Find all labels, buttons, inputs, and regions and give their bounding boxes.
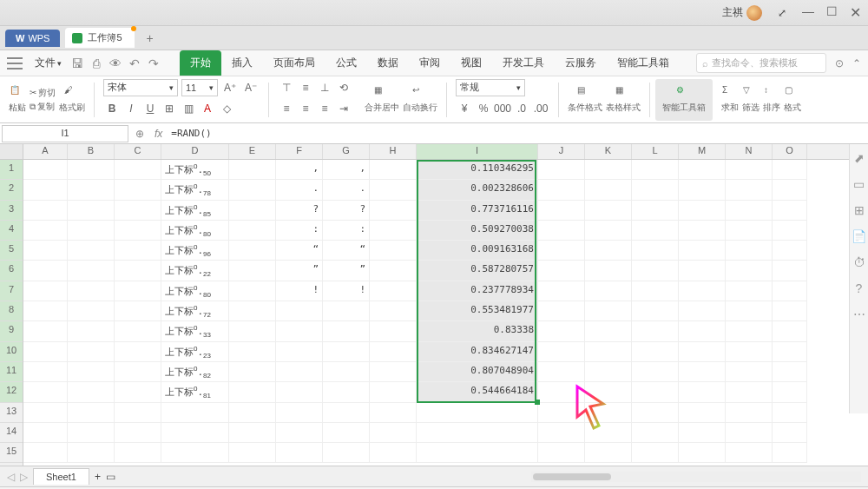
cell[interactable] bbox=[632, 321, 679, 341]
cell[interactable]: 0.587280757 bbox=[417, 261, 538, 281]
cell[interactable]: ” bbox=[323, 261, 370, 281]
cell[interactable] bbox=[23, 301, 68, 321]
cell[interactable] bbox=[726, 160, 773, 180]
cell[interactable] bbox=[23, 160, 68, 180]
cell[interactable]: 上下标0.80 bbox=[161, 221, 229, 241]
column-header[interactable]: K bbox=[585, 144, 632, 159]
cell[interactable] bbox=[726, 342, 773, 362]
cell-area[interactable]: 上下标0.50,,0.110346295上下标0.78..0.002328606… bbox=[23, 160, 868, 463]
cell[interactable] bbox=[679, 362, 726, 382]
cell[interactable] bbox=[632, 342, 679, 362]
cell[interactable] bbox=[773, 321, 807, 341]
print-icon[interactable]: ⎙ bbox=[88, 55, 105, 72]
row-header[interactable]: 4 bbox=[0, 221, 23, 241]
cell[interactable]: ? bbox=[323, 201, 370, 221]
cell[interactable] bbox=[115, 180, 161, 200]
cell[interactable] bbox=[229, 382, 276, 402]
align-bottom-icon[interactable]: ⊥ bbox=[316, 79, 333, 96]
cell[interactable] bbox=[115, 403, 161, 423]
cell[interactable] bbox=[276, 342, 323, 362]
cell[interactable] bbox=[23, 281, 68, 301]
redo-icon[interactable]: ↷ bbox=[145, 55, 162, 72]
cell[interactable] bbox=[417, 443, 538, 463]
align-right-icon[interactable]: ≡ bbox=[316, 100, 333, 117]
row-header[interactable]: 12 bbox=[0, 382, 23, 402]
cell[interactable] bbox=[632, 221, 679, 241]
workbook-tab[interactable]: 工作簿5 bbox=[65, 28, 134, 48]
cell[interactable] bbox=[538, 221, 585, 241]
underline-button[interactable]: U bbox=[141, 100, 159, 117]
cell[interactable] bbox=[370, 281, 417, 301]
cell[interactable] bbox=[632, 160, 679, 180]
row-header[interactable]: 1 bbox=[0, 160, 23, 180]
cell[interactable] bbox=[726, 281, 773, 301]
function-icon[interactable]: ⊕ bbox=[130, 128, 149, 140]
fill-handle[interactable] bbox=[535, 400, 540, 405]
cell[interactable] bbox=[773, 221, 807, 241]
cell[interactable] bbox=[370, 321, 417, 341]
cell[interactable] bbox=[115, 301, 161, 321]
cell[interactable] bbox=[323, 403, 370, 423]
cell[interactable] bbox=[632, 382, 679, 402]
merge-center-button[interactable]: ▦合并居中 bbox=[365, 85, 399, 114]
cut-button[interactable]: ✂ 剪切 bbox=[30, 87, 56, 99]
cell[interactable] bbox=[773, 382, 807, 402]
cell[interactable] bbox=[417, 403, 538, 423]
cell[interactable] bbox=[23, 241, 68, 261]
cell[interactable] bbox=[585, 201, 632, 221]
cell[interactable] bbox=[773, 342, 807, 362]
cell[interactable] bbox=[679, 221, 726, 241]
cell[interactable] bbox=[229, 301, 276, 321]
format-painter-button[interactable]: 🖌格式刷 bbox=[59, 85, 85, 114]
cell[interactable] bbox=[229, 423, 276, 443]
italic-button[interactable]: I bbox=[122, 100, 140, 117]
column-header[interactable]: I bbox=[417, 144, 538, 159]
cell[interactable] bbox=[115, 281, 161, 301]
cell[interactable] bbox=[370, 403, 417, 423]
cell[interactable] bbox=[679, 180, 726, 200]
cell[interactable] bbox=[23, 342, 68, 362]
cell[interactable] bbox=[68, 261, 115, 281]
cell[interactable] bbox=[370, 160, 417, 180]
cell[interactable] bbox=[276, 362, 323, 382]
cell[interactable] bbox=[726, 261, 773, 281]
font-name-select[interactable]: 宋体 ▾ bbox=[103, 79, 178, 96]
cell[interactable] bbox=[229, 403, 276, 423]
cell[interactable] bbox=[370, 221, 417, 241]
cell[interactable] bbox=[115, 321, 161, 341]
row-header[interactable]: 3 bbox=[0, 201, 23, 221]
cell[interactable] bbox=[68, 382, 115, 402]
row-header[interactable]: 8 bbox=[0, 301, 23, 321]
cell[interactable] bbox=[229, 443, 276, 463]
cell[interactable] bbox=[726, 201, 773, 221]
file-menu[interactable]: 文件 ▾ bbox=[30, 53, 67, 73]
cell[interactable]: 上下标0.50 bbox=[161, 160, 229, 180]
copy-button[interactable]: ⧉ 复制 bbox=[30, 101, 56, 113]
ribbon-tab-4[interactable]: 数据 bbox=[367, 50, 409, 76]
cell[interactable] bbox=[679, 261, 726, 281]
cell[interactable] bbox=[726, 180, 773, 200]
cell[interactable] bbox=[585, 382, 632, 402]
align-middle-icon[interactable]: ≡ bbox=[297, 79, 314, 96]
cell[interactable]: 0.807048904 bbox=[417, 362, 538, 382]
save-icon[interactable]: 🖫 bbox=[69, 55, 86, 72]
row-header[interactable]: 11 bbox=[0, 362, 23, 382]
cell[interactable] bbox=[538, 342, 585, 362]
cell[interactable] bbox=[229, 180, 276, 200]
cell[interactable] bbox=[679, 443, 726, 463]
app-menu-icon[interactable] bbox=[7, 57, 23, 69]
cell[interactable] bbox=[538, 382, 585, 402]
cell[interactable] bbox=[679, 321, 726, 341]
clear-format-button[interactable]: ◇ bbox=[218, 100, 235, 117]
row-header[interactable]: 15 bbox=[0, 443, 23, 463]
cell[interactable]: 0.773716116 bbox=[417, 201, 538, 221]
column-header[interactable]: A bbox=[23, 144, 68, 159]
currency-icon[interactable]: ¥ bbox=[456, 100, 473, 117]
row-header[interactable]: 2 bbox=[0, 180, 23, 200]
cell[interactable] bbox=[679, 403, 726, 423]
cell[interactable]: 上下标0.33 bbox=[161, 321, 229, 341]
cell[interactable] bbox=[726, 362, 773, 382]
select-all-corner[interactable] bbox=[0, 144, 23, 160]
cell[interactable] bbox=[68, 201, 115, 221]
cell[interactable]: 0.553481977 bbox=[417, 301, 538, 321]
